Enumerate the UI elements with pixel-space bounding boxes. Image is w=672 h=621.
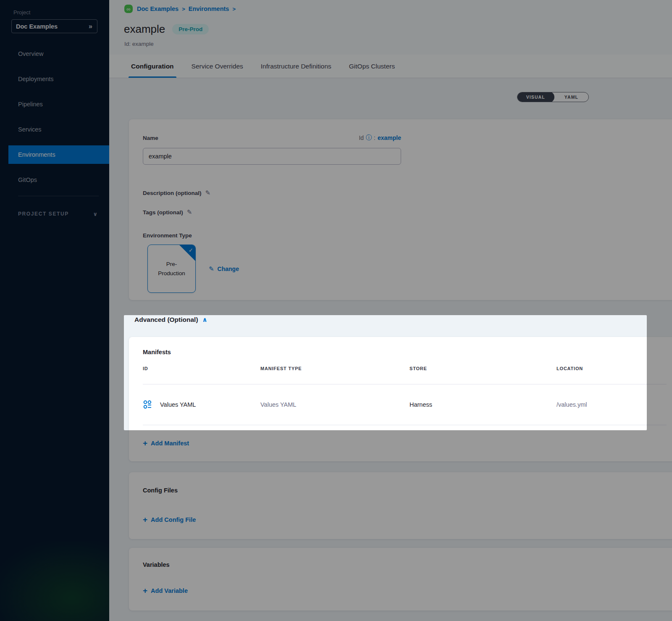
sidebar-decoration [0, 541, 109, 621]
config-files-heading: Config Files [143, 486, 667, 495]
table-row[interactable]: Values YAML Values YAML Harness /values.… [143, 384, 667, 425]
project-setup-label: PROJECT SETUP [18, 211, 69, 217]
tab-bar: Configuration Service Overrides Infrastr… [109, 55, 672, 78]
breadcrumb-environments-link[interactable]: Environments [189, 5, 229, 12]
description-row: Description (optional) ✎ [143, 189, 401, 197]
name-input[interactable] [143, 148, 401, 165]
variables-card: Variables + Add Variable [129, 548, 672, 610]
manifest-store-cell: Harness [410, 401, 556, 408]
env-type-card-label: Pre-Production [153, 260, 190, 278]
column-location: LOCATION [556, 366, 667, 371]
change-label: Change [218, 266, 239, 272]
visual-yaml-toggle: VISUAL YAML [517, 92, 589, 102]
sidebar-item-project-setup[interactable]: PROJECT SETUP ∨ [0, 206, 109, 221]
environments-module-icon: ∞ [124, 5, 133, 13]
manifest-id-cell: Values YAML [143, 400, 260, 410]
tab-service-overrides[interactable]: Service Overrides [191, 55, 244, 78]
tags-label: Tags (optional) [143, 209, 183, 216]
sidebar-item-gitops[interactable]: GitOps [0, 171, 109, 189]
edit-tags-icon[interactable]: ✎ [187, 208, 192, 216]
breadcrumb-separator-icon: > [182, 6, 185, 12]
column-store: STORE [410, 366, 556, 371]
sidebar-nav: Overview Deployments Pipelines Services … [0, 45, 109, 189]
sidebar: Project Doc Examples » Overview Deployme… [0, 0, 109, 621]
manifests-table: ID MANIFEST TYPE STORE LOCATION [143, 366, 667, 425]
project-name: Doc Examples [16, 23, 58, 30]
manifest-type-cell: Values YAML [260, 401, 410, 408]
check-icon: ✓ [189, 246, 193, 255]
advanced-card: Manifests ID MANIFEST TYPE STORE LOCATIO… [129, 337, 672, 461]
name-label: Name [143, 135, 158, 141]
page-title: example [124, 23, 165, 36]
sidebar-item-services[interactable]: Services [0, 120, 109, 139]
sidebar-divider [18, 196, 99, 196]
tab-infrastructure-definitions[interactable]: Infrastructure Definitions [260, 55, 332, 78]
add-variable-label: Add Variable [151, 587, 188, 595]
manifest-values-icon [143, 400, 152, 410]
view-toggle-row: VISUAL YAML [129, 92, 672, 102]
add-config-file-button[interactable]: + Add Config File [143, 516, 196, 524]
breadcrumb: ∞ Doc Examples > Environments > [124, 4, 672, 13]
app-window: Project Doc Examples » Overview Deployme… [0, 0, 672, 621]
id-colon: : [374, 134, 375, 141]
tags-row: Tags (optional) ✎ [143, 208, 401, 216]
environment-form-card: Name Id ⓘ : example Description (optiona… [129, 119, 672, 300]
breadcrumb-project-link[interactable]: Doc Examples [137, 5, 178, 12]
id-prefix-label: Id [359, 134, 364, 141]
toggle-visual[interactable]: VISUAL [517, 92, 554, 102]
column-manifest-type: MANIFEST TYPE [260, 366, 410, 371]
variables-heading: Variables [143, 560, 667, 569]
tab-configuration[interactable]: Configuration [130, 55, 175, 78]
env-type-label: Environment Type [143, 232, 192, 239]
env-type-label-row: Environment Type [143, 232, 401, 239]
add-variable-button[interactable]: + Add Variable [143, 587, 188, 595]
info-icon[interactable]: ⓘ [366, 134, 372, 142]
sidebar-item-pipelines[interactable]: Pipelines [0, 95, 109, 113]
name-label-row: Name Id ⓘ : example [143, 134, 401, 141]
env-type-card-preproduction[interactable]: Pre-Production ✓ [147, 245, 196, 293]
edit-pencil-icon: ✎ [209, 265, 214, 273]
plus-icon: + [143, 587, 147, 595]
advanced-section-toggle[interactable]: Advanced (Optional) ∧ [129, 314, 672, 325]
title-row: example Pre-Prod [124, 23, 672, 36]
entity-id: Id: example [124, 41, 672, 47]
add-config-file-label: Add Config File [151, 516, 196, 524]
sidebar-item-overview[interactable]: Overview [0, 45, 109, 63]
breadcrumb-separator-icon: > [232, 6, 236, 12]
manifest-location-cell: /values.yml [556, 401, 667, 408]
add-manifest-label: Add Manifest [151, 439, 189, 447]
plus-icon: + [143, 516, 147, 524]
plus-icon: + [143, 439, 147, 447]
page-header: ∞ Doc Examples > Environments > example … [109, 0, 672, 55]
manifests-heading: Manifests [143, 348, 667, 356]
sidebar-item-deployments[interactable]: Deployments [0, 70, 109, 88]
tab-gitops-clusters[interactable]: GitOps Clusters [348, 55, 396, 78]
toggle-yaml[interactable]: YAML [554, 92, 588, 102]
id-group: Id ⓘ : example [359, 134, 401, 142]
change-env-type-button[interactable]: ✎ Change [209, 265, 239, 273]
advanced-title: Advanced (Optional) [134, 316, 198, 324]
add-manifest-button[interactable]: + Add Manifest [143, 439, 189, 447]
main-area: ∞ Doc Examples > Environments > example … [109, 0, 672, 621]
chevron-down-icon: ∨ [93, 211, 97, 217]
manifest-id-text: Values YAML [160, 401, 196, 408]
id-value-link[interactable]: example [378, 134, 401, 141]
form-column: Name Id ⓘ : example Description (optiona… [143, 134, 401, 293]
sidebar-item-environments[interactable]: Environments [8, 145, 109, 164]
column-id: ID [143, 366, 260, 371]
chevron-up-icon: ∧ [202, 316, 207, 324]
description-label: Description (optional) [143, 190, 202, 196]
config-files-card: Config Files + Add Config File [129, 472, 672, 539]
env-type-badge: Pre-Prod [172, 24, 209, 34]
content-area: VISUAL YAML Name Id ⓘ : example [109, 78, 672, 621]
manifests-table-header: ID MANIFEST TYPE STORE LOCATION [143, 366, 667, 384]
project-selector[interactable]: Doc Examples » [11, 19, 97, 33]
project-label: Project [0, 0, 109, 16]
env-type-row: Pre-Production ✓ ✎ Change [147, 245, 401, 293]
edit-description-icon[interactable]: ✎ [205, 189, 211, 197]
collapse-sidebar-icon[interactable]: » [89, 23, 92, 30]
